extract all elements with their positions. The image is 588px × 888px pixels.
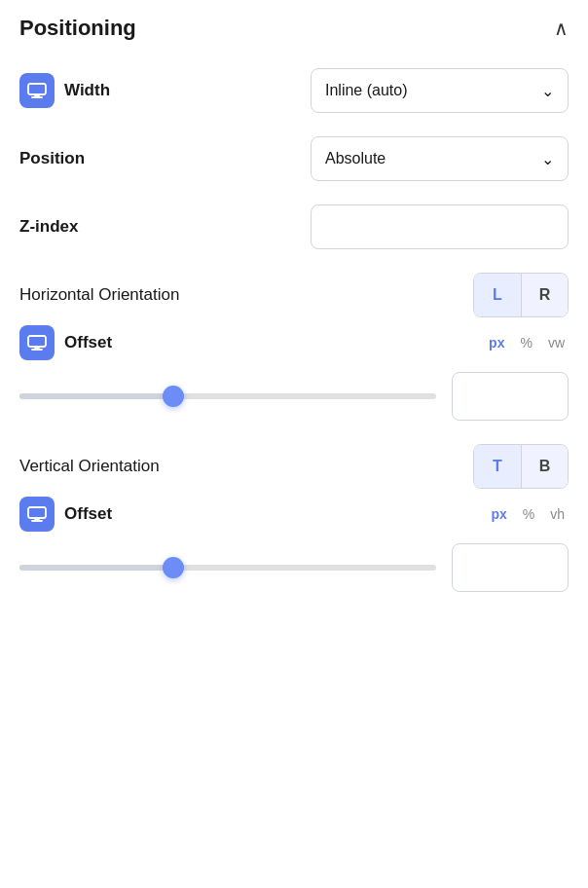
- width-device-icon: [19, 73, 55, 108]
- width-select-arrow: ⌄: [541, 82, 554, 100]
- vertical-orientation-label-text: Vertical Orientation: [19, 457, 160, 476]
- offset-horizontal-thumb[interactable]: [163, 386, 184, 407]
- width-row: Width Inline (auto) ⌄: [19, 68, 569, 113]
- offset-vertical-device-icon: [19, 497, 55, 532]
- offset-horizontal-unit-px[interactable]: px: [485, 333, 508, 352]
- position-label-text: Position: [19, 149, 85, 168]
- offset-vertical-header: Offset px % vh: [19, 497, 569, 532]
- offset-horizontal-slider[interactable]: [19, 393, 436, 399]
- zindex-input[interactable]: [311, 204, 569, 249]
- panel-header: Positioning ∧: [19, 16, 569, 45]
- horizontal-toggle-R[interactable]: R: [521, 274, 568, 316]
- offset-horizontal-track-fill: [19, 393, 173, 399]
- vertical-orientation-label: Vertical Orientation: [19, 457, 160, 476]
- zindex-label: Z-index: [19, 217, 78, 237]
- offset-vertical-slider-row: [19, 543, 569, 592]
- horizontal-orientation-toggle: L R: [473, 273, 569, 317]
- offset-vertical-units: px % vh: [487, 504, 569, 524]
- position-select-arrow: ⌄: [541, 150, 554, 168]
- width-select-value: Inline (auto): [325, 82, 408, 99]
- vertical-toggle-T[interactable]: T: [474, 445, 521, 488]
- width-label-text: Width: [64, 81, 110, 100]
- offset-vertical-thumb[interactable]: [163, 557, 184, 578]
- offset-horizontal-unit-percent[interactable]: %: [516, 333, 535, 352]
- offset-horizontal-device-icon: [19, 325, 55, 360]
- position-label: Position: [19, 149, 85, 168]
- panel-title: Positioning: [19, 16, 136, 41]
- offset-vertical-unit-vh[interactable]: vh: [546, 504, 569, 524]
- offset-horizontal-label-text: Offset: [64, 333, 112, 352]
- offset-horizontal-slider-row: [19, 372, 569, 421]
- vertical-toggle-B[interactable]: B: [521, 445, 568, 488]
- zindex-label-text: Z-index: [19, 217, 78, 237]
- offset-horizontal-label: Offset: [19, 325, 112, 360]
- svg-rect-3: [28, 336, 46, 347]
- vertical-orientation-toggle: T B: [473, 444, 569, 489]
- offset-vertical-slider[interactable]: [19, 565, 436, 571]
- width-label: Width: [19, 73, 110, 108]
- position-select[interactable]: Absolute ⌄: [311, 136, 569, 181]
- offset-vertical-label-text: Offset: [64, 504, 112, 524]
- position-row: Position Absolute ⌄: [19, 136, 569, 181]
- offset-vertical-track-fill: [19, 565, 173, 571]
- horizontal-orientation-label: Horizontal Orientation: [19, 285, 179, 305]
- offset-vertical-label: Offset: [19, 497, 112, 532]
- width-select[interactable]: Inline (auto) ⌄: [311, 68, 569, 113]
- offset-vertical-input-box[interactable]: [452, 543, 569, 592]
- offset-horizontal-unit-vw[interactable]: vw: [544, 333, 569, 352]
- positioning-panel: Positioning ∧ Width Inline (auto) ⌄ Posi…: [0, 0, 588, 631]
- offset-horizontal-input-box[interactable]: [452, 372, 569, 421]
- zindex-row: Z-index: [19, 204, 569, 249]
- collapse-icon[interactable]: ∧: [554, 17, 569, 40]
- horizontal-toggle-L[interactable]: L: [474, 274, 521, 316]
- svg-rect-0: [28, 84, 46, 94]
- vertical-orientation-row: Vertical Orientation T B: [19, 444, 569, 489]
- offset-vertical-unit-percent[interactable]: %: [519, 504, 538, 524]
- horizontal-orientation-row: Horizontal Orientation L R: [19, 273, 569, 317]
- svg-rect-6: [28, 507, 46, 518]
- horizontal-orientation-label-text: Horizontal Orientation: [19, 285, 179, 305]
- position-select-value: Absolute: [325, 150, 386, 167]
- offset-horizontal-units: px % vw: [485, 333, 569, 352]
- offset-horizontal-header: Offset px % vw: [19, 325, 569, 360]
- offset-vertical-unit-px[interactable]: px: [487, 504, 510, 524]
